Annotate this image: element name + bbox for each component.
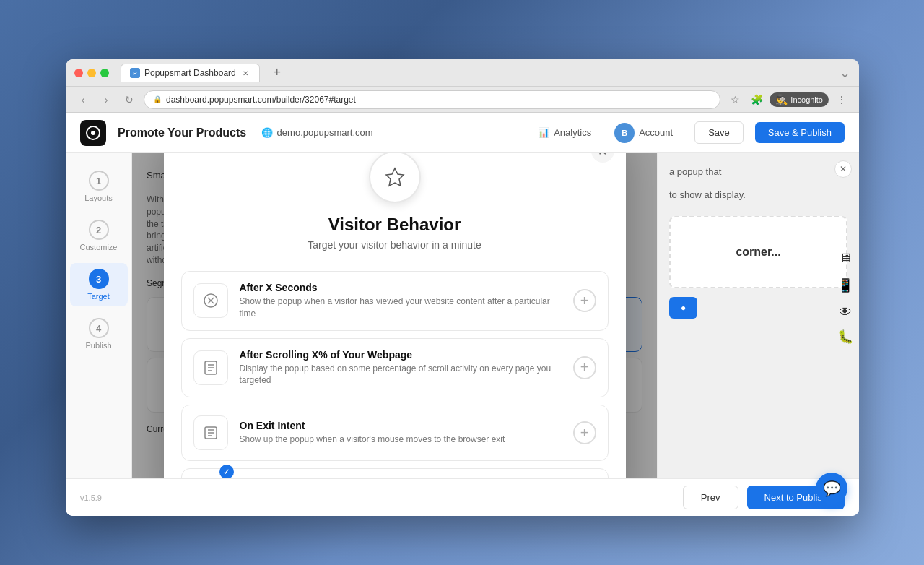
- behavior-item-exit-intent[interactable]: On Exit Intent Show up the popup when a …: [181, 405, 609, 461]
- tab-title: Popupsmart Dashboard: [144, 68, 236, 78]
- analytics-icon: 📊: [538, 127, 549, 138]
- preview-brand-text: corner...: [736, 246, 780, 259]
- globe-icon: 🌐: [261, 127, 273, 138]
- account-avatar: B: [614, 123, 635, 143]
- traffic-light-fullscreen[interactable]: [100, 69, 109, 77]
- step-3-number: 3: [89, 269, 109, 289]
- browser-menu-button[interactable]: ⌄: [840, 65, 850, 81]
- analytics-nav-item[interactable]: 📊 Analytics: [528, 118, 601, 147]
- modal-title: Visitor Behavior: [328, 215, 461, 235]
- traffic-lights: [74, 69, 109, 77]
- step-3-label: Target: [87, 292, 110, 301]
- app-title: Promote Your Products: [118, 126, 250, 139]
- modal-header: Visitor Behavior Target your visitor beh…: [164, 153, 626, 265]
- traffic-light-minimize[interactable]: [87, 69, 96, 77]
- bug-icon[interactable]: 🐛: [837, 329, 853, 345]
- mobile-icon[interactable]: 📱: [837, 277, 853, 293]
- chat-bubble[interactable]: 💬: [816, 473, 847, 504]
- behavior-item-url-browsing[interactable]: ✓ URL Browsing: [181, 468, 609, 478]
- step-4-label: Publish: [85, 341, 111, 350]
- step-1-label: Layouts: [84, 194, 113, 202]
- after-scrolling-add-button[interactable]: +: [573, 356, 596, 379]
- after-x-seconds-title: After X Seconds: [240, 282, 562, 293]
- account-nav-item[interactable]: B Account: [604, 118, 683, 147]
- incognito-badge: 🕵️ Incognito: [770, 92, 829, 107]
- step-layouts[interactable]: 1 Layouts: [70, 165, 128, 208]
- refresh-button[interactable]: ↻: [121, 91, 138, 108]
- modal-body: After X Seconds Show the popup when a vi…: [164, 265, 626, 478]
- browser-titlebar: P Popupsmart Dashboard ✕ + ⌄: [66, 59, 859, 87]
- forward-button[interactable]: ›: [97, 91, 115, 108]
- after-x-seconds-content: After X Seconds Show the popup when a vi…: [240, 282, 562, 320]
- address-text: dashboard.popupsmart.com/builder/32067#t…: [166, 95, 356, 105]
- browser-window: P Popupsmart Dashboard ✕ + ⌄ ‹ › ↻ 🔒 das…: [66, 59, 859, 516]
- back-button[interactable]: ‹: [74, 91, 92, 108]
- app-content: Promote Your Products 🌐 demo.popupsmart.…: [66, 113, 859, 516]
- step-1-number: 1: [89, 171, 109, 191]
- modal-subtitle: Target your visitor behavior in a minute: [308, 239, 481, 251]
- after-x-seconds-add-button[interactable]: +: [573, 289, 596, 312]
- preview-description-2: to show at display.: [669, 188, 847, 202]
- exit-intent-add-button[interactable]: +: [573, 421, 596, 444]
- bookmark-icon[interactable]: ☆: [726, 91, 744, 108]
- save-publish-button[interactable]: Save & Publish: [755, 122, 845, 143]
- after-scrolling-title: After Scrolling X% of Your Webpage: [240, 349, 562, 361]
- svg-point-1: [91, 131, 95, 135]
- extensions-icon[interactable]: 🧩: [748, 91, 765, 108]
- browser-actions: ☆ 🧩 🕵️ Incognito ⋮: [726, 91, 850, 108]
- url-browsing-check-badge: ✓: [219, 465, 234, 478]
- lock-icon: 🔒: [153, 95, 162, 103]
- content-area: Smart Mode OFF With Smart mode, your pop…: [132, 153, 657, 478]
- step-target[interactable]: 3 Target: [70, 263, 128, 306]
- desktop-icon[interactable]: 🖥: [839, 251, 852, 266]
- exit-intent-desc: Show up the popup when a visitor's mouse…: [240, 434, 562, 446]
- version-text: v1.5.9: [80, 493, 102, 502]
- step-2-label: Customize: [80, 243, 118, 251]
- after-scrolling-content: After Scrolling X% of Your Webpage Displ…: [240, 349, 562, 387]
- eye-icon[interactable]: 👁: [839, 305, 852, 320]
- main-layout: 1 Layouts 2 Customize 3 Target 4 Publish: [66, 153, 859, 478]
- modal-icon-circle: [369, 153, 421, 203]
- prev-button[interactable]: Prev: [683, 486, 738, 509]
- app-header: Promote Your Products 🌐 demo.popupsmart.…: [66, 113, 859, 153]
- exit-intent-title: On Exit Intent: [240, 420, 562, 431]
- app-logo: [80, 120, 106, 146]
- step-customize[interactable]: 2 Customize: [70, 214, 128, 257]
- exit-intent-icon: [193, 415, 228, 450]
- browser-more-button[interactable]: ⋮: [833, 91, 850, 108]
- browser-tab[interactable]: P Popupsmart Dashboard ✕: [121, 64, 260, 82]
- tab-favicon: P: [130, 68, 140, 78]
- behavior-item-after-scrolling[interactable]: After Scrolling X% of Your Webpage Displ…: [181, 338, 609, 398]
- modal-overlay: Visitor Behavior Target your visitor beh…: [132, 153, 657, 478]
- address-bar[interactable]: 🔒 dashboard.popupsmart.com/builder/32067…: [144, 90, 720, 109]
- exit-intent-content: On Exit Intent Show up the popup when a …: [240, 420, 562, 446]
- preview-panel: ✕ a popup that to show at display. corne…: [657, 153, 859, 478]
- visitor-behavior-modal: Visitor Behavior Target your visitor beh…: [164, 153, 626, 478]
- tab-close-button[interactable]: ✕: [240, 68, 250, 78]
- behavior-item-after-x-seconds[interactable]: After X Seconds Show the popup when a vi…: [181, 271, 609, 331]
- traffic-light-close[interactable]: [74, 69, 83, 77]
- new-tab-button[interactable]: +: [269, 64, 286, 82]
- bottom-bar: v1.5.9 Prev Next to Publish: [66, 478, 859, 516]
- step-4-number: 4: [89, 318, 109, 338]
- preview-action-button[interactable]: ●: [669, 297, 697, 319]
- header-nav: 📊 Analytics B Account: [528, 118, 683, 147]
- modal-close-button[interactable]: ✕: [591, 153, 614, 163]
- step-publish[interactable]: 4 Publish: [70, 312, 128, 355]
- preview-mock-popup: corner...: [669, 216, 847, 288]
- after-scrolling-desc: Display the popup based on some percenta…: [240, 363, 562, 387]
- browser-addressbar: ‹ › ↻ 🔒 dashboard.popupsmart.com/builder…: [66, 87, 859, 113]
- site-url: 🌐 demo.popupsmart.com: [261, 127, 373, 138]
- site-url-text: demo.popupsmart.com: [277, 127, 373, 138]
- preview-description: a popup that: [669, 165, 847, 179]
- after-x-seconds-desc: Show the popup when a visitor has viewed…: [240, 296, 562, 320]
- after-x-seconds-icon: [193, 283, 228, 318]
- preview-close-button[interactable]: ✕: [834, 160, 852, 178]
- step-2-number: 2: [89, 220, 109, 240]
- save-button[interactable]: Save: [694, 121, 744, 144]
- chat-icon: 💬: [823, 480, 841, 497]
- steps-sidebar: 1 Layouts 2 Customize 3 Target 4 Publish: [66, 153, 132, 478]
- after-scrolling-icon: [193, 350, 228, 385]
